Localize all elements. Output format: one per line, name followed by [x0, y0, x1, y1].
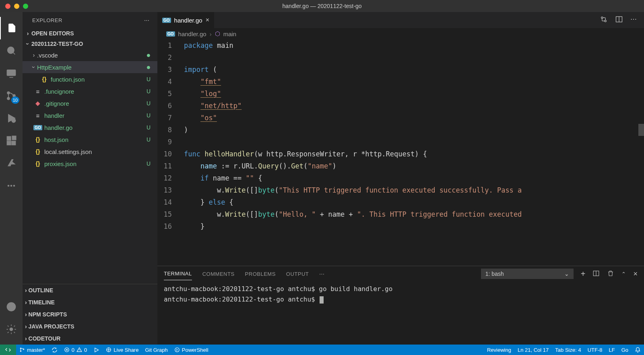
- window-minimize-button[interactable]: [14, 4, 19, 9]
- breadcrumb[interactable]: GO handler.go › ⬡ main: [157, 28, 644, 39]
- code-line: 10func helloHandler(w http.ResponseWrite…: [157, 148, 644, 160]
- json-icon: {}: [34, 136, 42, 143]
- status-debug-icon[interactable]: [90, 345, 103, 355]
- status-encoding[interactable]: UTF-8: [584, 347, 606, 353]
- code-content[interactable]: }: [184, 220, 644, 232]
- open-editors-section[interactable]: › OPEN EDITORS: [23, 28, 157, 39]
- activity-remote-explorer[interactable]: [0, 62, 23, 84]
- status-sync[interactable]: [48, 345, 61, 355]
- status-lncol[interactable]: Ln 21, Col 17: [514, 347, 552, 353]
- tree-file-host-json[interactable]: {} host.json U: [23, 133, 157, 146]
- gitignore-icon: ◆: [34, 100, 42, 107]
- tab-output[interactable]: OUTPUT: [286, 271, 309, 277]
- activity-extensions[interactable]: [0, 129, 23, 152]
- activity-settings[interactable]: [0, 318, 23, 341]
- tree-file-funcignore[interactable]: ≡ .funcignore U: [23, 85, 157, 97]
- code-content[interactable]: package main: [184, 39, 644, 51]
- status-notifications[interactable]: [632, 347, 644, 353]
- status-problems[interactable]: 0 0: [61, 345, 90, 355]
- window-zoom-button[interactable]: [23, 4, 28, 9]
- activity-search[interactable]: [0, 39, 23, 62]
- status-tabsize[interactable]: Tab Size: 4: [552, 347, 584, 353]
- code-line: 6 "net/http": [157, 100, 644, 112]
- code-content[interactable]: "os": [184, 112, 644, 124]
- code-content[interactable]: [184, 51, 644, 64]
- code-content[interactable]: w.Write([]byte("This HTTP triggered func…: [184, 184, 644, 196]
- status-eol[interactable]: LF: [605, 347, 618, 353]
- tab-handler-go[interactable]: GO handler.go ×: [157, 12, 214, 28]
- code-content[interactable]: "fmt": [184, 76, 644, 88]
- code-content[interactable]: import (: [184, 64, 644, 76]
- split-terminal-icon[interactable]: [592, 270, 600, 278]
- new-terminal-icon[interactable]: +: [581, 269, 586, 279]
- tree-folder-vscode[interactable]: › .vscode ●: [23, 49, 157, 61]
- tree-folder-httpexample[interactable]: › HttpExample ●: [23, 61, 157, 73]
- svg-rect-8: [7, 141, 11, 145]
- activity-explorer[interactable]: [0, 17, 23, 39]
- status-liveshare[interactable]: Live Share: [103, 345, 142, 355]
- activity-source-control[interactable]: 10: [0, 84, 23, 107]
- breadcrumb-symbol: main: [223, 31, 237, 37]
- activity-run-debug[interactable]: [0, 107, 23, 129]
- minimap-viewport[interactable]: [638, 124, 644, 136]
- chevron-down-icon: ›: [25, 40, 31, 47]
- code-line: 14 } else {: [157, 196, 644, 208]
- tab-more[interactable]: ⋯: [319, 271, 325, 277]
- tree-file-proxies-json[interactable]: {} proxies.json U: [23, 158, 157, 170]
- tab-comments[interactable]: COMMENTS: [202, 271, 235, 277]
- tab-problems[interactable]: PROBLEMS: [245, 271, 276, 277]
- code-content[interactable]: "net/http": [184, 100, 644, 112]
- timeline-section[interactable]: › TIMELINE: [23, 296, 157, 308]
- tab-terminal[interactable]: TERMINAL: [164, 271, 192, 280]
- split-editor-icon[interactable]: [615, 15, 623, 25]
- tree-file-handler-go[interactable]: GO handler.go U: [23, 121, 157, 133]
- code-content[interactable]: } else {: [184, 196, 644, 208]
- close-panel-icon[interactable]: ×: [633, 270, 638, 278]
- line-number: 15: [157, 208, 184, 220]
- kill-terminal-icon[interactable]: [607, 270, 614, 278]
- terminal-panel: TERMINAL COMMENTS PROBLEMS OUTPUT ⋯ 1: b…: [157, 266, 644, 345]
- code-line: 8): [157, 124, 644, 136]
- activity-azure[interactable]: [0, 152, 23, 174]
- outline-label: OUTLINE: [29, 287, 53, 293]
- line-number: 1: [157, 39, 184, 51]
- tree-file-local-settings-json[interactable]: {} local.settings.json: [23, 146, 157, 158]
- terminal-content[interactable]: antchu-macbook:20201122-test-go antchu$ …: [157, 281, 644, 345]
- maximize-panel-icon[interactable]: ⌃: [621, 271, 626, 277]
- tree-file-gitignore[interactable]: ◆ .gitignore U: [23, 97, 157, 109]
- code-line: 2: [157, 51, 644, 64]
- explorer-more-icon[interactable]: ⋯: [144, 17, 150, 23]
- project-section[interactable]: › 20201122-TEST-GO: [23, 39, 157, 49]
- activity-accounts[interactable]: [0, 295, 23, 318]
- activity-more[interactable]: [0, 174, 23, 197]
- code-editor[interactable]: 1package main23import (4 "fmt"5 "log"6 "…: [157, 39, 644, 266]
- close-icon[interactable]: ×: [206, 16, 209, 24]
- status-gitgraph[interactable]: Git Graph: [142, 345, 171, 355]
- npm-scripts-section[interactable]: › NPM SCRIPTS: [23, 308, 157, 320]
- tree-label: function.json: [51, 76, 145, 83]
- status-reviewing[interactable]: Reviewing: [484, 347, 514, 353]
- tree-file-handler[interactable]: ≡ handler U: [23, 109, 157, 121]
- code-content[interactable]: [184, 136, 644, 148]
- more-icon[interactable]: ⋯: [630, 15, 637, 25]
- code-content[interactable]: func helloHandler(w http.ResponseWriter,…: [184, 148, 644, 160]
- status-powershell[interactable]: PowerShell: [171, 345, 212, 355]
- line-number: 3: [157, 64, 184, 76]
- tree-label: handler.go: [44, 124, 145, 131]
- code-content[interactable]: w.Write([]byte("Hello, " + name + ". Thi…: [184, 208, 644, 220]
- compare-icon[interactable]: [600, 15, 608, 25]
- status-branch[interactable]: master*: [16, 345, 48, 355]
- remote-indicator[interactable]: [0, 345, 16, 355]
- terminal-line: antchu-macbook:20201122-test-go antchu$ …: [164, 285, 392, 293]
- status-lang[interactable]: Go: [618, 347, 632, 353]
- code-content[interactable]: if name == "" {: [184, 172, 644, 184]
- code-content[interactable]: name := r.URL.Query().Get("name"): [184, 160, 644, 172]
- window-close-button[interactable]: [5, 4, 10, 9]
- tree-file-function-json[interactable]: {} function.json U: [23, 73, 157, 85]
- codetour-section[interactable]: › CODETOUR: [23, 332, 157, 345]
- code-content[interactable]: ): [184, 124, 644, 136]
- java-projects-section[interactable]: › JAVA PROJECTS: [23, 320, 157, 332]
- terminal-selector[interactable]: 1: bash ⌄: [481, 269, 574, 279]
- code-content[interactable]: "log": [184, 88, 644, 100]
- outline-section[interactable]: › OUTLINE: [23, 284, 157, 296]
